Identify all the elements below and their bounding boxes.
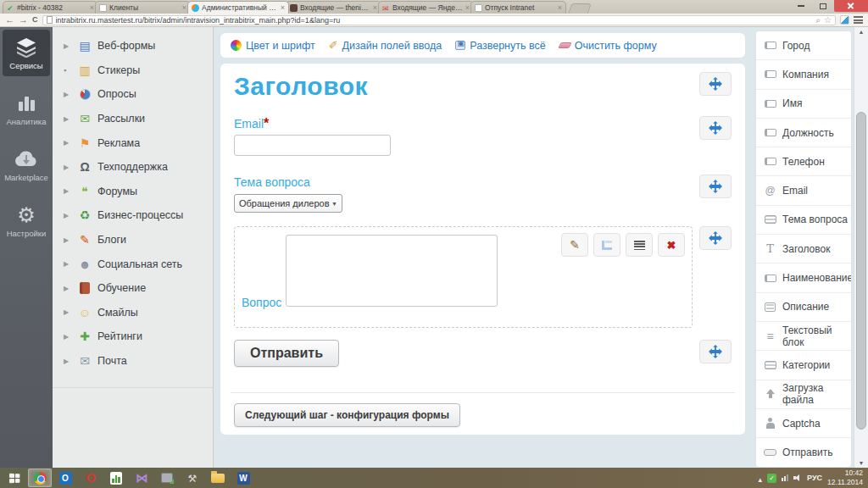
menu-item-forums[interactable]: Форумы	[53, 180, 213, 204]
expand-arrow-icon[interactable]	[64, 358, 72, 365]
restore-button[interactable]	[812, 0, 834, 12]
scroll-up-icon[interactable]: ▲	[854, 29, 868, 35]
menu-item-business-processes[interactable]: Бизнес-процессы	[53, 203, 213, 228]
palette-item-captcha[interactable]: Captcha	[756, 409, 851, 438]
question-textarea[interactable]	[286, 235, 498, 307]
menu-item-ratings[interactable]: Рейтинги	[53, 324, 213, 349]
color-font-link[interactable]: Цвет и шрифт	[231, 40, 315, 52]
start-button[interactable]	[2, 468, 27, 488]
taskbar-outlook[interactable]	[53, 469, 77, 487]
expand-all-link[interactable]: Развернуть всё	[455, 40, 545, 52]
tab-inbox-yandex[interactable]: Входящие — Яндекс.По	[378, 1, 474, 14]
zoom-icon[interactable]	[815, 15, 821, 25]
move-handle-submit[interactable]	[699, 340, 732, 363]
back-icon[interactable]: ←	[5, 15, 14, 25]
menu-item-blogs[interactable]: Блоги	[53, 228, 213, 252]
move-handle-title[interactable]	[699, 72, 732, 96]
edit-field-button[interactable]	[561, 233, 588, 257]
taskbar-chrome[interactable]	[28, 469, 52, 487]
close-button[interactable]	[834, 0, 868, 12]
palette-item-phone[interactable]: Телефон	[756, 147, 851, 176]
menu-item-stickers[interactable]: Стикеры	[53, 58, 213, 83]
sidebar-item-settings[interactable]: Настройки	[3, 197, 50, 244]
copy-field-button[interactable]	[593, 233, 620, 257]
expand-arrow-icon[interactable]	[64, 91, 72, 98]
text-settings-button[interactable]	[626, 233, 653, 257]
palette-item-submit[interactable]: Отправить	[756, 438, 851, 467]
expand-arrow-icon[interactable]	[64, 260, 72, 268]
menu-item-web-forms[interactable]: Веб-формы	[53, 34, 213, 58]
palette-item-company[interactable]: Компания	[756, 60, 851, 89]
menu-item-smileys[interactable]: Смайлы	[53, 301, 213, 325]
expand-arrow-icon[interactable]	[64, 285, 72, 292]
address-bar[interactable]: intrabitrix.ru.mastertest.ru/bitrix/admi…	[42, 15, 837, 25]
expand-arrow-icon[interactable]	[64, 139, 72, 147]
scroll-down-icon[interactable]: ▼	[854, 460, 868, 466]
sidebar-item-marketplace[interactable]: Marketplace	[3, 141, 50, 188]
submit-button[interactable]: Отправить	[234, 340, 339, 367]
tab-clients[interactable]: Клиенты	[95, 1, 191, 14]
expand-arrow-icon[interactable]	[64, 187, 72, 195]
taskbar-word[interactable]	[231, 469, 255, 487]
taskbar-remote-desktop[interactable]	[155, 469, 179, 487]
menu-item-social-network[interactable]: Социальная сеть	[53, 252, 213, 276]
menu-item-newsletters[interactable]: Рассылки	[53, 107, 213, 131]
bookmark-star-icon[interactable]	[824, 15, 832, 25]
palette-item-heading[interactable]: Заголовок	[756, 235, 851, 263]
tab-close-icon[interactable]	[182, 4, 186, 12]
tab-admin-active[interactable]: Административный разд	[187, 1, 289, 14]
email-input[interactable]	[234, 135, 391, 156]
chrome-menu-icon[interactable]	[854, 16, 863, 24]
tab-close-icon[interactable]	[558, 4, 562, 12]
taskbar-opera[interactable]	[79, 469, 103, 487]
taskbar-clock[interactable]: 10:42 12.11.2014	[827, 469, 863, 486]
menu-item-polls[interactable]: Опросы	[53, 82, 213, 107]
field-design-link[interactable]: Дизайн полей ввода	[329, 39, 442, 52]
taskbar-project[interactable]	[104, 469, 128, 487]
sidebar-item-analytics[interactable]: Аналитика	[3, 86, 50, 132]
taskbar-visual-studio[interactable]	[130, 469, 153, 487]
palette-item-name[interactable]: Имя	[756, 90, 851, 119]
palette-item-title[interactable]: Наименование	[756, 263, 851, 292]
expand-arrow-icon[interactable]	[64, 115, 72, 123]
menu-item-mail[interactable]: Почта	[53, 349, 213, 374]
language-indicator[interactable]: РУС	[807, 474, 822, 482]
palette-item-text-block[interactable]: Текстовый блок	[756, 322, 851, 351]
expand-arrow-icon[interactable]	[64, 164, 72, 171]
clear-form-link[interactable]: Очистить форму	[559, 40, 657, 52]
palette-item-file-upload[interactable]: Загрузка файла	[756, 380, 851, 409]
tab-close-icon[interactable]	[373, 4, 377, 12]
tray-status-icon[interactable]	[767, 474, 776, 483]
page-scrollbar[interactable]: ▲ ▼	[854, 27, 868, 468]
move-handle-question[interactable]	[699, 226, 732, 250]
reload-icon[interactable]: C	[32, 16, 38, 24]
tab-inbox-theniceguy[interactable]: Входящие — theniceguy	[286, 1, 381, 14]
new-tab-button[interactable]	[568, 3, 592, 14]
volume-icon[interactable]	[793, 474, 802, 482]
tab-close-icon[interactable]	[90, 4, 94, 12]
taskbar-admin-tools[interactable]	[181, 469, 204, 487]
expand-arrow-icon[interactable]	[64, 333, 72, 341]
expand-arrow-icon[interactable]	[64, 42, 72, 50]
next-step-button[interactable]: Следующий шаг - конфигурация формы	[234, 403, 460, 427]
sidebar-item-services[interactable]: Сервисы	[3, 30, 50, 76]
move-handle-email[interactable]	[699, 116, 732, 140]
tab-vacation-intranet[interactable]: Отпуск Intranet	[470, 1, 566, 14]
tab-close-icon[interactable]	[281, 4, 285, 12]
tab-bitrix-tracker[interactable]: #bitrix - 40382	[3, 1, 98, 14]
scrollbar-thumb[interactable]	[856, 112, 866, 430]
network-icon[interactable]	[782, 474, 788, 481]
expand-arrow-icon[interactable]	[64, 308, 72, 316]
palette-item-description[interactable]: Описание	[756, 293, 851, 322]
expand-arrow-icon[interactable]	[64, 236, 72, 244]
menu-item-learning[interactable]: Обучение	[53, 276, 213, 301]
palette-item-topic[interactable]: Тема вопроса	[756, 206, 851, 235]
delete-field-button[interactable]	[658, 233, 685, 257]
menu-item-support[interactable]: Техподдержка	[53, 155, 213, 180]
extension-icon[interactable]	[840, 15, 849, 25]
forward-icon[interactable]: →	[19, 15, 28, 25]
taskbar-explorer[interactable]	[206, 469, 230, 487]
topic-select[interactable]: Обращения дилеров ▼	[234, 194, 342, 213]
tray-expand-icon[interactable]	[759, 470, 763, 485]
palette-item-city[interactable]: Город	[756, 31, 851, 60]
